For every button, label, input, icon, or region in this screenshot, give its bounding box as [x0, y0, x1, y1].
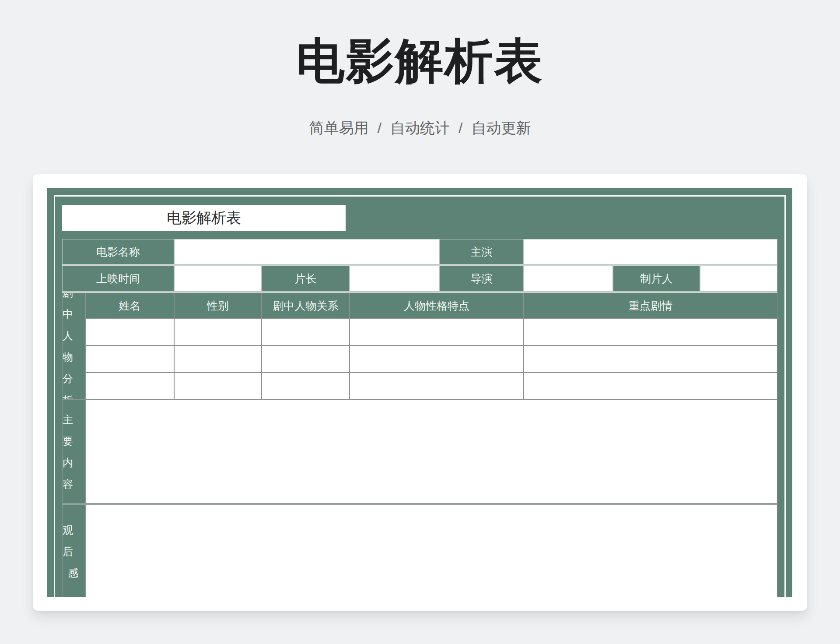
- page-title: 电影解析表: [0, 37, 840, 85]
- subtitle-feature-3: 自动更新: [471, 120, 531, 136]
- review-label-line: 感: [68, 562, 80, 584]
- template-preview-card[interactable]: 电影解析表 电影名称 主演 上映时间 片长 导演 制片人 剧中 人物 分析: [33, 174, 807, 611]
- duration-value-cell: [350, 266, 439, 292]
- main-content-value-cell: [85, 400, 777, 503]
- producer-value-cell: [700, 266, 777, 292]
- characters-label-line: 剧中: [63, 293, 85, 325]
- review-value-cell: [85, 505, 777, 597]
- page-subtitle: 简单易用/自动统计/自动更新: [0, 119, 840, 137]
- review-label-line: 观后: [63, 519, 85, 562]
- director-label-cell: 导演: [439, 266, 524, 292]
- table-cell: [85, 318, 174, 345]
- movie-name-value-cell: [174, 239, 439, 264]
- table-cell: [262, 318, 350, 345]
- main-content-label-line: 主要: [63, 409, 85, 452]
- table-cell: [262, 345, 350, 373]
- subtitle-separator: /: [458, 119, 462, 137]
- sheet-table: 电影解析表 电影名称 主演 上映时间 片长 导演 制片人 剧中 人物 分析: [47, 188, 792, 597]
- table-cell: [350, 318, 524, 345]
- table-cell: [174, 318, 262, 345]
- table-cell: [174, 373, 262, 400]
- release-date-value-cell: [174, 266, 262, 292]
- table-cell: [174, 345, 262, 373]
- table-cell: [85, 345, 174, 373]
- table-cell: [350, 373, 524, 400]
- header-cell-key-plot: 重点剧情: [524, 293, 777, 318]
- starring-value-cell: [524, 239, 777, 264]
- table-cell: [262, 373, 350, 400]
- sheet-title-box: 电影解析表: [62, 205, 346, 231]
- sheet-title: 电影解析表: [167, 208, 241, 228]
- release-date-label-cell: 上映时间: [62, 266, 174, 292]
- director-value-cell: [524, 266, 613, 292]
- subtitle-feature-1: 简单易用: [309, 120, 369, 136]
- review-section-label: 观后 感: [62, 505, 85, 597]
- table-cell: [524, 318, 777, 345]
- movie-name-label-cell: 电影名称: [62, 239, 174, 264]
- main-content-section-label: 主要 内容: [62, 400, 85, 503]
- starring-label-cell: 主演: [439, 239, 524, 264]
- table-cell: [85, 373, 174, 400]
- table-cell: [350, 345, 524, 373]
- table-cell: [524, 373, 777, 400]
- duration-label-cell: 片长: [262, 266, 350, 292]
- characters-section-label: 剧中 人物 分析: [62, 293, 85, 400]
- characters-label-line: 人物: [63, 325, 85, 368]
- header-cell-gender: 性别: [174, 293, 262, 318]
- header-cell-personality: 人物性格特点: [350, 293, 524, 318]
- subtitle-feature-2: 自动统计: [390, 120, 450, 136]
- sheet-grid: 电影名称 主演 上映时间 片长 导演 制片人 剧中 人物 分析 姓名 性别: [62, 239, 777, 597]
- producer-label-cell: 制片人: [613, 266, 700, 292]
- characters-label-line: 分析: [63, 368, 85, 400]
- main-content-label-line: 内容: [63, 452, 85, 495]
- subtitle-separator: /: [378, 119, 382, 137]
- table-cell: [524, 345, 777, 373]
- header-cell-relationship: 剧中人物关系: [262, 293, 350, 318]
- header-cell-name: 姓名: [85, 293, 174, 318]
